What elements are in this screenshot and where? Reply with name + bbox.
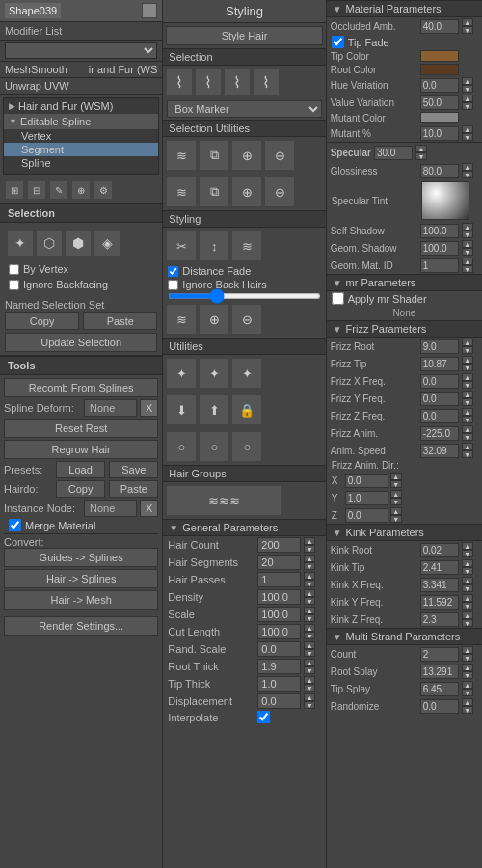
by-vertex-check[interactable] [9, 264, 19, 275]
hair-pass-up[interactable]: ▲ [304, 572, 315, 580]
scale-input[interactable] [257, 607, 301, 622]
kink-z-input[interactable] [420, 612, 459, 627]
mid-sel-icon-4[interactable]: ⌇ [253, 68, 280, 95]
interpolate-check[interactable] [257, 711, 270, 723]
glossiness-up[interactable]: ▲ [462, 163, 473, 171]
multi-strand-arrow[interactable]: ▼ [333, 632, 342, 642]
geom-mat-down[interactable]: ▼ [462, 265, 473, 273]
frizz-y2-up[interactable]: ▲ [390, 490, 402, 498]
frizz-tip-input[interactable] [420, 357, 459, 371]
frizz-x-up[interactable]: ▲ [462, 373, 473, 381]
mid-sel-icon-3[interactable]: ⌇ [224, 68, 251, 95]
frizz-y2-down[interactable]: ▼ [390, 498, 402, 505]
frizz-x2-up[interactable]: ▲ [390, 473, 402, 480]
modifier-dropdown[interactable] [5, 42, 157, 59]
hair-group-icon-1[interactable]: ≋≋≋ [166, 485, 281, 516]
density-up[interactable]: ▲ [304, 589, 315, 597]
mid-sel-icon-1[interactable]: ⌇ [166, 68, 193, 95]
sel-util-icon-6[interactable]: ⧉ [199, 176, 229, 207]
count-input[interactable] [420, 647, 459, 662]
sel-icon-1[interactable]: ✦ [7, 230, 34, 257]
hair-count-down[interactable]: ▼ [304, 545, 315, 553]
rand-up[interactable]: ▲ [304, 641, 315, 649]
mr-params-arrow[interactable]: ▼ [333, 278, 342, 288]
frizz-root-input[interactable] [420, 339, 459, 354]
root-thick-up[interactable]: ▲ [304, 659, 315, 666]
recomb-btn[interactable]: Recomb From Splines [4, 378, 158, 397]
fade-slider[interactable] [168, 293, 320, 299]
util-icon-8[interactable]: ○ [199, 431, 229, 462]
util-icon-7[interactable]: ○ [166, 431, 197, 462]
scale-up[interactable]: ▲ [304, 607, 315, 614]
hair-mesh-btn[interactable]: Hair -> Mesh [4, 590, 158, 610]
frizz-tip-down[interactable]: ▼ [462, 364, 473, 371]
mat-params-arrow[interactable]: ▼ [333, 4, 342, 14]
root-splay-up[interactable]: ▲ [462, 664, 473, 671]
box-marker-dropdown[interactable]: Box Marker [167, 100, 321, 118]
val-var-down[interactable]: ▼ [462, 102, 473, 110]
tip-splay-down[interactable]: ▼ [462, 689, 473, 696]
spline-deform-x[interactable]: X [140, 399, 158, 417]
sel-util-icon-8[interactable]: ⊖ [264, 176, 295, 207]
gen-params-arrow[interactable]: ▼ [169, 523, 178, 533]
util-icon-4[interactable]: ⬇ [166, 394, 197, 425]
util-icon-6[interactable]: 🔒 [231, 394, 262, 425]
hair-count-input[interactable] [257, 537, 301, 553]
kink-y-input[interactable] [420, 595, 459, 610]
toolbar-icon-4[interactable]: ⊕ [71, 180, 91, 200]
glossiness-down[interactable]: ▼ [462, 171, 473, 178]
named-sel-copy-btn[interactable]: Copy [5, 312, 79, 330]
style-hair-btn[interactable]: Style Hair [166, 26, 322, 45]
frizz-anim-up[interactable]: ▲ [462, 425, 473, 433]
self-shadow-input[interactable] [420, 224, 459, 238]
sel-util-icon-5[interactable]: ≋ [166, 176, 197, 207]
toolbar-icon-5[interactable]: ⚙ [94, 180, 113, 200]
toolbar-icon-2[interactable]: ⊟ [27, 180, 46, 200]
val-var-input[interactable] [420, 95, 459, 110]
tip-thick-down[interactable]: ▼ [304, 684, 315, 692]
ignore-backfacing-check[interactable] [9, 280, 19, 290]
rand-scale-input[interactable] [257, 641, 301, 657]
sel-icon-4[interactable]: ◈ [94, 230, 120, 257]
guides-splines-btn[interactable]: Guides -> Splines [4, 548, 158, 567]
instance-x[interactable]: X [140, 500, 158, 517]
val-var-up[interactable]: ▲ [462, 95, 473, 102]
kink-arrow[interactable]: ▼ [333, 528, 342, 538]
shape-color-swatch[interactable] [142, 3, 157, 18]
hairdo-copy-btn[interactable]: Copy [56, 480, 105, 498]
glossiness-input[interactable] [420, 164, 459, 178]
kink-tip-down[interactable]: ▼ [462, 567, 473, 575]
kink-y-down[interactable]: ▼ [462, 602, 473, 610]
hair-seg-down[interactable]: ▼ [304, 562, 315, 570]
styling-icon-2[interactable]: ↕ [199, 231, 229, 261]
frizz-anim-input[interactable] [420, 426, 459, 441]
tip-thick-input[interactable] [257, 676, 301, 692]
frizz-root-up[interactable]: ▲ [462, 339, 473, 346]
frizz-y2-input[interactable] [345, 491, 388, 505]
util-icon-5[interactable]: ⬆ [199, 394, 229, 425]
kink-x-down[interactable]: ▼ [462, 584, 473, 592]
hue-var-down[interactable]: ▼ [462, 85, 473, 93]
util-icon-3[interactable]: ✦ [231, 358, 262, 389]
toolbar-icon-3[interactable]: ✎ [49, 180, 68, 200]
toolbar-icon-1[interactable]: ⊞ [5, 180, 24, 200]
load-btn[interactable]: Load [56, 461, 105, 478]
specular-down[interactable]: ▼ [415, 152, 427, 160]
frizz-z-down[interactable]: ▼ [462, 416, 473, 423]
geom-shadow-up[interactable]: ▲ [462, 240, 473, 248]
density-input[interactable] [257, 589, 301, 605]
displacement-down[interactable]: ▼ [304, 701, 315, 709]
stack-spline-sub[interactable]: Spline [4, 156, 158, 170]
kink-root-input[interactable] [420, 543, 459, 557]
save-btn[interactable]: Save [109, 461, 158, 478]
kink-tip-up[interactable]: ▲ [462, 559, 473, 567]
hair-count-up[interactable]: ▲ [304, 537, 315, 545]
anim-speed-input[interactable] [420, 444, 459, 458]
frizz-z-input[interactable] [420, 409, 459, 423]
frizz-tip-up[interactable]: ▲ [462, 356, 473, 364]
style-hair-icon-2[interactable]: ⊕ [199, 304, 229, 335]
mutant-color-swatch[interactable] [420, 112, 459, 123]
hair-seg-up[interactable]: ▲ [304, 555, 315, 562]
kink-root-down[interactable]: ▼ [462, 550, 473, 557]
stack-item-hairfur[interactable]: ▶ Hair and Fur (WSM) [4, 98, 158, 114]
